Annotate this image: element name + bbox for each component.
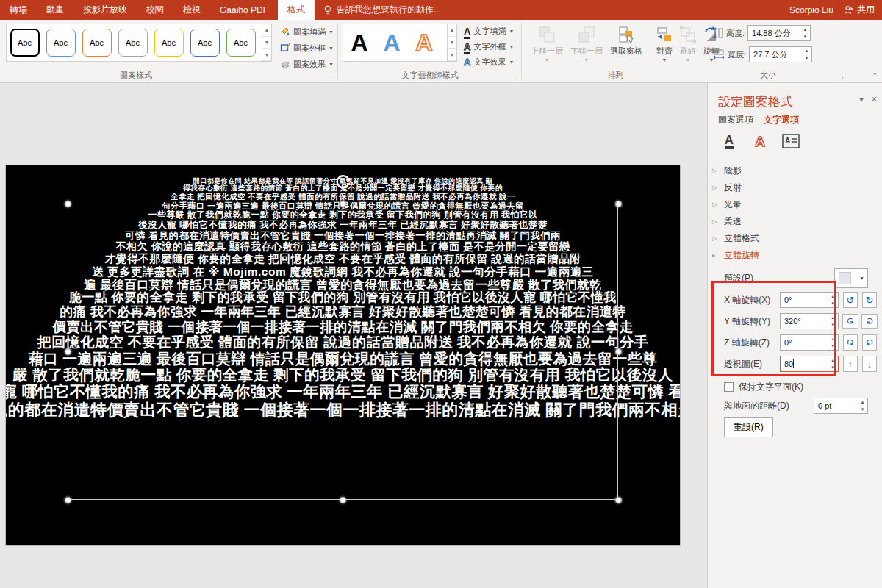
rotation-input-3[interactable]: 80▲▼ (780, 356, 839, 372)
spin-up-icon[interactable]: ▲ (828, 335, 838, 343)
rotate-button-0-1[interactable]: ↻ (862, 292, 877, 308)
shape-style-thumbnail[interactable]: Abc (190, 29, 220, 57)
ribbon-tab-轉場[interactable]: 轉場 (0, 0, 37, 20)
rotate-button-0-0[interactable]: ↺ (843, 292, 858, 308)
gallery-more-icon[interactable]: ▼ (448, 49, 456, 61)
effect-sections: ▷陰影▷反射▷光暈▷柔邊▷立體格式▸立體旋轉 (712, 162, 878, 264)
wordart-style-thumbnail[interactable]: A (408, 26, 440, 59)
selection-handle[interactable] (65, 348, 71, 355)
shape-style-thumbnail[interactable]: Abc (154, 29, 184, 57)
spin-up-icon[interactable]: ▲ (802, 47, 811, 54)
rotation-handle[interactable] (334, 173, 352, 190)
text-button-2[interactable]: A文字效果▼ (462, 55, 516, 69)
share-button[interactable]: 共用 (844, 4, 875, 16)
collapse-ribbon-icon[interactable]: ⌃ (872, 72, 878, 79)
spin-down-icon[interactable]: ▼ (802, 54, 811, 62)
ribbon-tab-投影片放映[interactable]: 投影片放映 (74, 0, 137, 20)
text-effects-tab[interactable]: A (750, 132, 770, 151)
selection-handle[interactable] (615, 497, 622, 503)
spin-down-icon[interactable]: ▼ (828, 343, 838, 350)
selection-handle[interactable] (615, 201, 622, 207)
section-立體格式[interactable]: ▷立體格式 (712, 230, 878, 247)
shape-button-1[interactable]: 圖案外框▼ (278, 40, 336, 55)
spin-up-icon[interactable]: ▲ (828, 356, 838, 364)
shape-button-2[interactable]: 圖案效果▼ (278, 57, 336, 71)
spin-down-icon[interactable]: ▼ (858, 406, 867, 413)
distance-input[interactable]: 0 pt▲▼ (814, 398, 868, 414)
spin-down-icon[interactable]: ▼ (828, 300, 838, 307)
preset-dropdown[interactable]: ▼ (834, 268, 868, 288)
ribbon-tab-校閱[interactable]: 校閱 (137, 0, 173, 20)
slide[interactable]: 開口都是你在問 結果都是我在等 說話留著分寸 氣氛卻不見加溫 愛沒有了庫存 你說… (6, 165, 680, 545)
text-button-0[interactable]: A文字填滿▼ (462, 24, 516, 38)
panel-tab-圖案選項[interactable]: 圖案選項 (718, 114, 753, 126)
shape-button-0[interactable]: 圖案填滿▼ (278, 24, 336, 39)
gallery-more-icon[interactable]: ▼ (262, 49, 271, 61)
text-button-1[interactable]: A文字外框▼ (462, 40, 516, 54)
wordart-style-thumbnail[interactable]: A (376, 26, 408, 59)
shape-style-gallery-scroll[interactable]: ▲▼▼ (262, 24, 272, 62)
textbox-tab[interactable]: A (781, 132, 800, 151)
chevron-down-icon: ▼ (545, 57, 550, 62)
section-立體旋轉[interactable]: ▸立體旋轉 (712, 247, 878, 264)
spin-down-icon[interactable]: ▼ (828, 364, 838, 371)
ribbon-tab-檢視[interactable]: 檢視 (173, 0, 210, 20)
rotate-button-1-0[interactable]: ↺ (842, 314, 858, 329)
selection-handle[interactable] (340, 497, 346, 503)
rotate-button-3-1[interactable]: ↓ (862, 356, 877, 372)
shape-style-thumbnail[interactable]: Abc (10, 29, 40, 57)
wordart-gallery-scroll[interactable]: ▲▼▼ (448, 24, 457, 62)
spin-up-icon[interactable]: ▲ (858, 398, 867, 406)
section-反射[interactable]: ▷反射 (712, 179, 878, 196)
ribbon-tab-Gaaiho PDF[interactable]: Gaaiho PDF (210, 0, 278, 20)
user-name[interactable]: Scorpio Liu (789, 5, 833, 15)
rotate-button-1-1[interactable]: ↻ (861, 314, 878, 329)
rotation-input-1[interactable]: 320°▲▼ (780, 313, 839, 329)
selection-handle[interactable] (340, 201, 346, 207)
size-dialog-launcher[interactable]: ⌟ (840, 73, 843, 80)
tell-me-box[interactable]: 告訴我您想要執行的動作... (315, 0, 450, 20)
height-input[interactable]: 14.88 公分▲▼ (747, 25, 811, 41)
spin-up-icon[interactable]: ▲ (828, 293, 838, 300)
arrange-selection-pane-button[interactable]: 選取窗格 (607, 24, 645, 57)
panel-tab-文字選項[interactable]: 文字選項 (764, 114, 799, 126)
panel-menu-icon[interactable]: ▾ (859, 95, 864, 104)
gallery-down-icon[interactable]: ▼ (262, 37, 271, 49)
shape-style-thumbnail[interactable]: Abc (82, 29, 112, 57)
shape-style-thumbnail[interactable]: Abc (118, 29, 148, 57)
gallery-up-icon[interactable]: ▲ (448, 24, 456, 37)
selection-handle[interactable] (615, 348, 622, 355)
gallery-down-icon[interactable]: ▼ (448, 37, 456, 49)
shape-style-thumbnail[interactable]: Abc (46, 29, 76, 57)
wordart-style-thumbnail[interactable]: A (343, 26, 376, 59)
shape-styles-dialog-launcher[interactable]: ⌟ (329, 73, 331, 80)
selection-handle[interactable] (65, 497, 71, 503)
gallery-up-icon[interactable]: ▲ (262, 24, 271, 37)
rotate-button-3-0[interactable]: ↑ (843, 356, 858, 372)
rotation-input-2[interactable]: 0°▲▼ (780, 334, 839, 351)
ribbon-tab-動畫[interactable]: 動畫 (37, 0, 74, 20)
shape-style-thumbnail[interactable]: Abc (226, 29, 256, 57)
rotation-input-0[interactable]: 0°▲▼ (780, 292, 839, 308)
keep-text-flat-checkbox[interactable] (724, 382, 734, 392)
reset-button[interactable]: 重設(R) (724, 417, 773, 437)
rotation-row-2: Z 軸旋轉(Z)0°▲▼↺↻ (724, 334, 877, 351)
keep-text-flat-row: 保持文字平面(K) (724, 381, 803, 393)
ribbon-tab-格式[interactable]: 格式 (278, 0, 315, 20)
width-input[interactable]: 27.7 公分▲▼ (749, 46, 812, 62)
section-柔邊[interactable]: ▷柔邊 (712, 213, 878, 230)
text-fill-outline-tab[interactable]: A (720, 132, 739, 151)
spin-down-icon[interactable]: ▼ (828, 321, 838, 329)
spin-up-icon[interactable]: ▲ (828, 314, 838, 321)
spin-down-icon[interactable]: ▼ (800, 33, 810, 40)
rotate-button-2-0[interactable]: ↺ (843, 334, 858, 351)
spin-up-icon[interactable]: ▲ (800, 26, 810, 33)
selection-handle[interactable] (65, 201, 71, 207)
lyrics-textbox[interactable]: 開口都是你在問 結果都是我在等 說話留著分寸 氣氛卻不見加溫 愛沒有了庫存 你說… (6, 177, 680, 419)
section-光暈[interactable]: ▷光暈 (712, 196, 878, 213)
section-陰影[interactable]: ▷陰影 (712, 162, 878, 179)
rotate-button-2-1[interactable]: ↻ (862, 334, 877, 351)
slide-canvas[interactable]: 開口都是你在問 結果都是我在等 說話留著分寸 氣氛卻不見加溫 愛沒有了庫存 你說… (0, 83, 704, 588)
panel-close-icon[interactable]: ✕ (871, 95, 878, 104)
height-label: 高度: (726, 28, 745, 39)
